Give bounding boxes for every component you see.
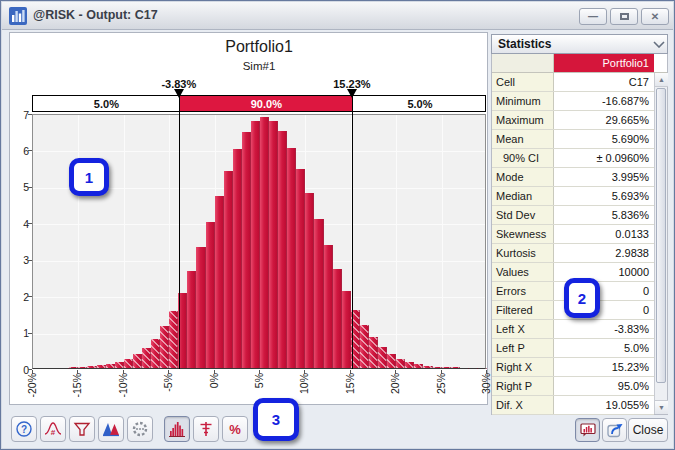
stats-row: CellC17	[492, 73, 654, 92]
y-axis-tick	[28, 114, 32, 115]
settings-button[interactable]	[127, 416, 153, 442]
histogram-bar	[69, 367, 78, 368]
minimize-button[interactable]: —	[579, 8, 607, 25]
stats-column-header[interactable]: Portfolio1	[554, 54, 654, 72]
x-axis-tick	[395, 370, 396, 374]
histogram-bar	[442, 367, 451, 368]
scroll-down-icon[interactable]: ▼	[655, 400, 668, 414]
chart-callout-icon	[579, 421, 597, 439]
y-axis-tick	[28, 187, 32, 188]
y-axis-label: 7	[12, 109, 29, 121]
funnel-icon	[73, 420, 91, 438]
chart-window-button[interactable]	[575, 418, 600, 442]
y-axis-tick	[28, 296, 32, 297]
y-axis-label: 2	[12, 291, 29, 303]
band-mid-percent: 90.0%	[180, 96, 353, 111]
chart-panel: Portfolio1 Sim#1 -3.83% 15.23% 5.0% 90.0…	[9, 32, 488, 405]
stats-value-cell: 5.836%	[554, 206, 654, 224]
help-button[interactable]: ?	[11, 416, 37, 442]
stats-label-cell: Right X	[492, 358, 554, 376]
window-title: @RISK - Output: C17	[33, 8, 158, 22]
chart-subtitle: Sim#1	[10, 60, 508, 72]
x-axis-tick	[486, 370, 487, 374]
stats-value-cell: 95.0%	[554, 377, 654, 395]
gridline-vertical	[396, 115, 397, 368]
histogram-bar	[324, 245, 333, 368]
stats-value-cell: 15.23%	[554, 358, 654, 376]
stats-row: Dif. X19.055%	[492, 396, 654, 415]
histogram-bar	[215, 196, 224, 368]
stats-value-cell: 0.0133	[554, 225, 654, 243]
histogram-bar	[242, 132, 251, 368]
stats-scrollbar[interactable]: ▲ ▼	[654, 73, 667, 414]
band-left-percent: 5.0%	[33, 96, 180, 111]
plot-area	[32, 114, 486, 369]
histogram-bar	[342, 291, 351, 368]
stats-row: Std Dev5.836%	[492, 206, 654, 225]
histogram-bar	[106, 364, 115, 368]
bell-curve-icon: #	[44, 420, 62, 438]
window-close-button[interactable]: ✕	[641, 8, 669, 25]
stats-value-cell: ± 0.0960%	[554, 149, 654, 167]
delimiters-view-button[interactable]	[193, 416, 219, 442]
histogram-bar	[360, 325, 369, 368]
histogram-bar	[251, 121, 260, 368]
y-axis-tick	[28, 333, 32, 334]
right-delimiter-line[interactable]	[352, 95, 353, 369]
y-axis-label: 5	[12, 181, 29, 193]
histogram-view-button[interactable]	[164, 416, 190, 442]
histogram-bar	[451, 367, 460, 368]
stats-value-cell: C17	[554, 73, 654, 91]
callout-badge-3: 3	[253, 398, 299, 441]
x-axis-label: 0%	[209, 373, 220, 405]
histogram-bar	[151, 339, 160, 369]
stats-row: Kurtosis2.9838	[492, 244, 654, 263]
histogram-bar	[196, 247, 205, 368]
stats-label-cell: Mean	[492, 130, 554, 148]
stats-label-cell: Errors	[492, 282, 554, 300]
scroll-thumb[interactable]	[656, 88, 666, 383]
histogram-bar	[378, 347, 387, 368]
app-histogram-icon	[9, 7, 27, 25]
histogram-bar	[233, 149, 242, 368]
stats-row: Median5.693%	[492, 187, 654, 206]
y-axis-label: 6	[12, 145, 29, 157]
stats-label-cell: Maximum	[492, 111, 554, 129]
x-axis-tick	[123, 370, 124, 374]
maximize-button[interactable]	[610, 8, 638, 25]
y-axis-tick	[28, 150, 32, 151]
filter-button[interactable]	[69, 416, 95, 442]
stats-label-cell: Mode	[492, 168, 554, 186]
stats-table-header-row: Portfolio1	[492, 54, 667, 73]
x-axis-label: 15%	[345, 373, 356, 405]
stats-value-cell: 3.995%	[554, 168, 654, 186]
gridline-vertical	[78, 115, 79, 368]
stats-dropdown[interactable]: Statistics	[491, 34, 668, 54]
edit-chart-button[interactable]	[602, 418, 627, 442]
stats-label-cell: Left P	[492, 339, 554, 357]
x-axis-label: -20%	[27, 373, 38, 405]
distribution-format-button[interactable]: #	[40, 416, 66, 442]
close-button[interactable]: Close	[628, 418, 668, 442]
histogram-bar	[287, 148, 296, 368]
stats-table: Portfolio1 CellC17Minimum-16.687%Maximum…	[491, 54, 668, 415]
stats-row: Skewness0.0133	[492, 225, 654, 244]
stats-row: Minimum-16.687%	[492, 92, 654, 111]
scroll-up-icon[interactable]: ▲	[655, 73, 668, 87]
callout-badge-2: 2	[564, 278, 600, 318]
overlay-button[interactable]	[98, 416, 124, 442]
stats-row: Maximum29.665%	[492, 111, 654, 130]
percent-icon: %	[226, 420, 244, 438]
x-axis-tick	[259, 370, 260, 374]
left-delimiter-line[interactable]	[179, 95, 180, 369]
titlebar[interactable]: @RISK - Output: C17 — ✕	[2, 2, 673, 30]
x-axis-label: -15%	[72, 373, 83, 405]
histogram-bar	[396, 359, 405, 368]
histogram-bar	[206, 222, 215, 368]
x-axis-tick	[350, 370, 351, 374]
histogram-bar	[160, 326, 169, 368]
percent-view-button[interactable]: %	[222, 416, 248, 442]
stats-row: Mode3.995%	[492, 168, 654, 187]
histogram-bar	[60, 368, 69, 369]
x-axis-tick	[77, 370, 78, 374]
